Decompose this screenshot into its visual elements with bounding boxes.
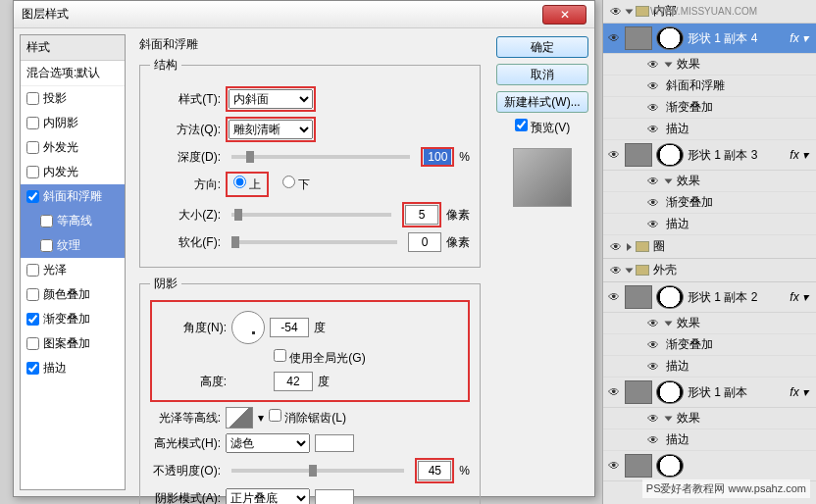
style-inner-glow[interactable]: 内发光 [21,160,125,184]
eye-icon[interactable]: 👁 [607,148,621,162]
close-icon: ✕ [560,8,570,22]
dir-down[interactable]: 下 [282,176,310,193]
highlight-mode-select[interactable]: 滤色 [226,433,310,453]
style-gradient-overlay[interactable]: 渐变叠加 [21,307,125,331]
highlight-color[interactable] [315,434,354,452]
checkbox[interactable] [26,166,39,178]
style-texture[interactable]: 纹理 [21,233,125,258]
style-drop-shadow[interactable]: 投影 [21,86,125,111]
new-style-button[interactable]: 新建样式(W)... [496,91,588,113]
effect-bevel[interactable]: 👁斜面和浮雕 [603,76,816,97]
checkbox[interactable] [26,313,39,326]
size-label: 大小(Z): [150,207,221,224]
layer-shape-copy-3[interactable]: 👁 形状 1 副本 3 fx ▾ [603,140,816,171]
gloss-contour[interactable] [226,407,253,428]
watermark-top: WWW.MISSYUAN.COM [650,6,757,17]
style-select[interactable]: 内斜面 [229,89,313,109]
altitude-input[interactable] [274,372,313,391]
structure-legend: 结构 [150,57,181,74]
settings-panel: 斜面和浮雕 结构 样式(T): 内斜面 方法(Q): 雕刻清晰 深度(D): 1… [129,28,490,496]
layer-shape-copy-2[interactable]: 👁 形状 1 副本 2 fx ▾ [603,282,816,313]
layer-shape-copy-4[interactable]: 👁 形状 1 副本 4 fx ▾ [603,24,816,54]
checkbox[interactable] [26,117,39,129]
size-slider[interactable] [231,213,391,217]
style-label: 样式(T): [150,91,221,108]
fx-badge[interactable]: fx ▾ [790,290,812,304]
section-title: 斜面和浮雕 [139,36,481,53]
checkbox[interactable] [26,362,39,375]
preview-swatch [513,148,572,207]
watermark-bottom: PS爱好者教程网 www.psahz.com [642,479,810,498]
depth-value[interactable]: 100 [424,149,451,165]
depth-label: 深度(D): [150,149,221,166]
layer-style-dialog: 图层样式 ✕ 样式 混合选项:默认 投影 内阴影 外发光 内发光 斜面和浮雕 等… [13,0,595,497]
style-stroke[interactable]: 描边 [21,356,125,380]
style-pattern-overlay[interactable]: 图案叠加 [21,331,125,356]
layer-extra[interactable]: 👁 [603,451,816,481]
global-light-check[interactable]: 使用全局光(G) [274,349,366,367]
effects-row[interactable]: 👁效果 [603,54,816,76]
opacity-label: 不透明度(O): [150,463,221,479]
style-inner-shadow[interactable]: 内阴影 [21,111,125,135]
checkbox[interactable] [26,92,39,105]
opacity-input[interactable] [418,461,451,480]
group-shell[interactable]: 👁 外壳 [603,259,816,282]
eye-icon[interactable]: 👁 [607,31,621,45]
checkbox[interactable] [40,215,53,227]
group-ring[interactable]: 👁 圈 [603,235,816,259]
style-satin[interactable]: 光泽 [21,258,125,282]
highlight-mode-label: 高光模式(H): [150,435,221,452]
soften-input[interactable] [408,232,441,252]
layer-shape-copy[interactable]: 👁 形状 1 副本 fx ▾ [603,378,816,408]
cancel-button[interactable]: 取消 [496,64,588,85]
shading-legend: 阴影 [150,276,181,292]
effect-gradient[interactable]: 👁渐变叠加 [603,97,816,119]
style-color-overlay[interactable]: 颜色叠加 [21,282,125,307]
shadow-mode-select[interactable]: 正片叠底 [226,488,310,504]
chevron-down-icon[interactable]: ▾ [258,411,264,425]
style-contour[interactable]: 等高线 [21,209,125,233]
soften-label: 软化(F): [150,234,221,251]
styles-list: 样式 混合选项:默认 投影 内阴影 外发光 内发光 斜面和浮雕 等高线 纹理 光… [20,34,126,490]
fx-badge[interactable]: fx ▾ [790,148,812,162]
size-input[interactable] [405,205,438,225]
blend-options[interactable]: 混合选项:默认 [21,61,125,86]
checkbox[interactable] [26,264,39,277]
close-button[interactable]: ✕ [542,5,586,25]
checkbox[interactable] [26,337,39,350]
technique-select[interactable]: 雕刻清晰 [229,120,313,139]
dir-up[interactable]: 上 [233,177,261,191]
structure-group: 结构 样式(T): 内斜面 方法(Q): 雕刻清晰 深度(D): 100 % 方… [139,57,481,268]
checkbox[interactable] [26,288,39,301]
mask-thumb [656,26,684,50]
preview-check[interactable]: 预览(V) [515,119,570,136]
altitude-label: 高度: [156,374,227,390]
styles-header[interactable]: 样式 [21,35,125,61]
layers-panel: WWW.MISSYUAN.COM 👁 内部 👁 形状 1 副本 4 fx ▾ 👁… [602,0,816,504]
layer-thumb [625,26,652,50]
antialias-check[interactable]: 消除锯齿(L) [269,409,346,427]
angle-control[interactable] [231,311,265,344]
style-bevel-emboss[interactable]: 斜面和浮雕 [21,184,125,209]
checkbox[interactable] [26,190,39,203]
effect-stroke[interactable]: 👁描边 [603,119,816,140]
checkbox[interactable] [40,239,53,252]
shading-group: 阴影 角度(N): 度 使用全局光(G) 高度: 度 [139,276,481,504]
soften-slider[interactable] [231,240,397,244]
style-outer-glow[interactable]: 外发光 [21,135,125,160]
angle-input[interactable] [270,318,309,337]
depth-slider[interactable] [231,155,410,159]
direction-label: 方向: [150,176,221,193]
titlebar[interactable]: 图层样式 ✕ [14,1,594,28]
expand-icon[interactable] [626,9,634,14]
checkbox[interactable] [26,141,39,154]
technique-label: 方法(Q): [150,122,221,138]
fx-badge[interactable]: fx ▾ [790,385,812,399]
shadow-color[interactable] [315,489,354,504]
dialog-title: 图层样式 [22,6,69,23]
opacity-slider[interactable] [231,469,404,473]
ok-button[interactable]: 确定 [496,36,588,58]
gloss-label: 光泽等高线: [150,410,221,427]
fx-badge[interactable]: fx ▾ [790,31,812,45]
eye-icon[interactable]: 👁 [609,5,623,19]
